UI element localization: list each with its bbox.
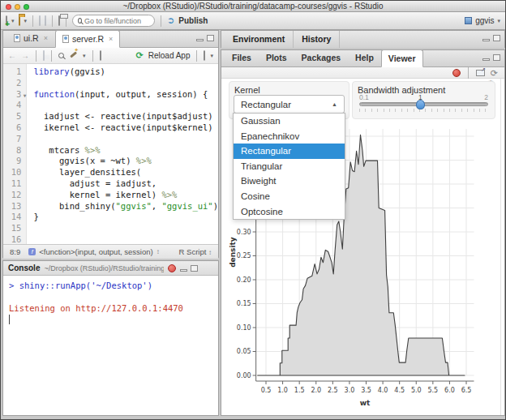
print-icon[interactable] — [58, 16, 60, 25]
tab-server-r[interactable]: server.R× — [55, 30, 120, 48]
maximize-pane-icon[interactable] — [207, 35, 214, 41]
fold-icon[interactable]: ▼ — [24, 90, 27, 101]
kernel-dropdown-list: GaussianEpanechnikovRectangularTriangula… — [233, 113, 345, 220]
code-line[interactable]: iadjust <- reactive(input$adjust) — [33, 111, 218, 122]
code-tools-wand-icon[interactable] — [69, 50, 78, 61]
maximize-pane-icon[interactable] — [191, 265, 198, 272]
minimize-pane-icon[interactable] — [180, 269, 187, 272]
close-tab-icon[interactable]: × — [44, 34, 48, 42]
back-icon[interactable]: ← — [8, 51, 16, 60]
line-number: 5 — [3, 111, 21, 122]
code-line[interactable]: kernel = ikernel) %>% — [33, 190, 218, 201]
tab-viewer[interactable]: Viewer — [381, 49, 423, 67]
minimize-pane-icon[interactable] — [196, 39, 204, 41]
project-menu-button[interactable]: ggvis ▾ — [465, 16, 500, 25]
tab-environment[interactable]: Environment — [225, 31, 294, 48]
svg-text:0.10: 0.10 — [237, 324, 251, 332]
new-file-icon[interactable] — [6, 16, 7, 25]
close-tab-icon[interactable]: × — [109, 35, 113, 43]
minimize-pane-icon[interactable] — [482, 39, 490, 41]
slider-handle[interactable] — [416, 100, 425, 109]
code-line[interactable]: bind_shiny("ggvis", "ggvis_ui") — [33, 201, 218, 212]
console-busy-icon[interactable] — [168, 264, 176, 272]
cursor-position: 8:9 — [10, 247, 20, 256]
save-all-icon[interactable] — [45, 16, 46, 25]
kernel-select[interactable]: Rectangular ▲ — [234, 95, 345, 114]
save-icon[interactable] — [43, 51, 45, 60]
slider-track[interactable] — [359, 102, 488, 106]
code-line[interactable] — [33, 234, 218, 244]
open-file-caret-icon[interactable]: ▾ — [24, 18, 28, 24]
run-app-caret-icon[interactable]: ▾ — [210, 53, 213, 59]
save-icon[interactable] — [39, 16, 41, 25]
goto-file-input[interactable] — [84, 17, 149, 25]
dropdown-option-triangular[interactable]: Triangular — [234, 159, 345, 174]
bandwidth-slider[interactable]: 0.1 1 2 — [359, 93, 488, 112]
code-line[interactable]: function(input, output, session) { — [33, 89, 218, 101]
minimize-pane-icon[interactable] — [482, 58, 490, 61]
maximize-pane-icon[interactable] — [493, 54, 500, 61]
console-line: Listening on http://127.0.0.1:4470 — [9, 302, 212, 314]
editor-code[interactable]: library(ggvis) function(input, output, s… — [27, 64, 218, 244]
line-number: 1 — [3, 66, 21, 78]
find-icon[interactable] — [58, 53, 64, 58]
code-line[interactable]: library(ggvis) — [33, 66, 218, 78]
console-working-directory: ~/Dropbox (RStudio)/RStudio/training/dat… — [44, 264, 164, 272]
console-output[interactable]: > shiny::runApp('~/Desktop') Listening o… — [3, 276, 218, 328]
reload-app-icon[interactable]: ⟳ — [136, 50, 144, 61]
line-number: 14 — [3, 212, 21, 223]
editor-tabs: ui.R×server.R× — [6, 30, 120, 47]
new-file-caret-icon[interactable]: ▾ — [11, 18, 15, 24]
console-line: > shiny::runApp('~/Desktop') — [9, 280, 212, 291]
forward-icon[interactable]: → — [21, 51, 29, 60]
code-line[interactable]: mtcars %>% — [33, 145, 218, 156]
compile-report-icon[interactable] — [100, 51, 101, 60]
console-tab[interactable]: Console — [8, 264, 40, 272]
dropdown-option-gaussian[interactable]: Gaussian — [234, 114, 345, 129]
code-line[interactable] — [33, 100, 218, 111]
svg-text:4.0: 4.0 — [378, 387, 388, 394]
file-type-selector[interactable]: R Script ↕ — [179, 247, 212, 256]
line-number: 11 — [3, 178, 21, 190]
code-tools-caret-icon[interactable]: ▾ — [83, 53, 86, 59]
publish-button[interactable]: Publish — [178, 16, 208, 25]
reload-app-button[interactable]: Reload App — [148, 51, 191, 60]
goto-file-box[interactable] — [72, 15, 155, 27]
refresh-icon[interactable]: ⟳ — [491, 69, 498, 77]
code-line[interactable]: layer_densities( — [33, 167, 218, 178]
window-title: ~/Dropbox (RStudio)/RStudio/training/dat… — [1, 2, 505, 11]
kernel-select-value: Rectangular — [241, 100, 291, 109]
dropdown-option-rectangular[interactable]: Rectangular — [234, 144, 345, 159]
console-pane: Console ~/Dropbox (RStudio)/RStudio/trai… — [2, 260, 219, 416]
code-editor[interactable]: 123▼45678910111213141516 library(ggvis) … — [3, 64, 218, 244]
code-line[interactable] — [33, 134, 218, 145]
svg-text:0.15: 0.15 — [237, 300, 251, 307]
code-line[interactable] — [33, 78, 218, 89]
scope-selector[interactable]: f <function>(input, output, session) ↕ — [28, 247, 159, 256]
dropdown-option-biweight[interactable]: Biweight — [234, 174, 345, 189]
tab-ui-r[interactable]: ui.R× — [6, 30, 55, 47]
maximize-pane-icon[interactable] — [493, 35, 500, 41]
open-in-new-window-icon[interactable] — [476, 70, 485, 76]
tab-plots[interactable]: Plots — [259, 49, 294, 66]
dropdown-option-optcosine[interactable]: Optcosine — [234, 204, 345, 220]
code-line[interactable]: } — [33, 212, 218, 223]
tab-history[interactable]: History — [294, 31, 340, 48]
publish-icon[interactable]: ➲ — [167, 15, 174, 26]
open-file-icon[interactable] — [19, 16, 20, 25]
code-line[interactable]: ggvis(x = ~wt) %>% — [33, 156, 218, 167]
run-app-options-icon[interactable] — [204, 51, 205, 60]
tab-help[interactable]: Help — [348, 49, 381, 66]
project-cube-icon — [465, 17, 472, 24]
stop-app-icon[interactable] — [452, 69, 461, 77]
tab-packages[interactable]: Packages — [294, 49, 348, 66]
svg-text:5.5: 5.5 — [427, 387, 438, 394]
tab-files[interactable]: Files — [225, 49, 259, 66]
code-line[interactable] — [33, 223, 218, 234]
r-file-icon — [62, 35, 69, 43]
environment-pane: EnvironmentHistory — [221, 30, 505, 48]
dropdown-option-cosine[interactable]: Cosine — [234, 189, 345, 204]
dropdown-option-epanechnikov[interactable]: Epanechnikov — [234, 129, 345, 144]
code-line[interactable]: ikernel <- reactive(input$kernel) — [33, 122, 218, 134]
code-line[interactable]: adjust = iadjust, — [33, 178, 218, 190]
